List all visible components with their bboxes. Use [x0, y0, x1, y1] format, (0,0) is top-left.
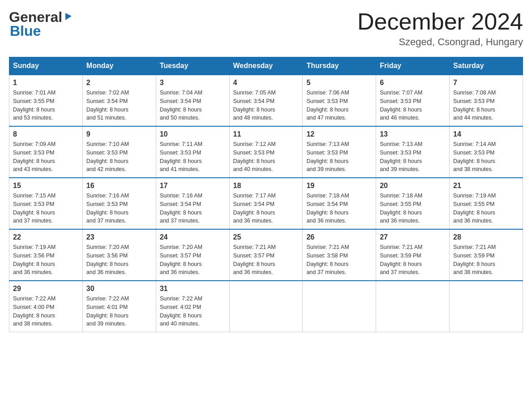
empty-cell-w4-d3 [229, 281, 303, 332]
day-info: Sunrise: 7:19 AMSunset: 3:55 PMDaylight:… [453, 193, 496, 224]
day-info: Sunrise: 7:06 AMSunset: 3:53 PMDaylight:… [306, 90, 349, 121]
logo-arrow-icon [64, 11, 73, 23]
day-cell-5: 5 Sunrise: 7:06 AMSunset: 3:53 PMDayligh… [303, 75, 376, 126]
day-cell-3: 3 Sunrise: 7:04 AMSunset: 3:54 PMDayligh… [156, 75, 229, 126]
empty-cell-w4-d6 [450, 281, 523, 332]
day-number: 16 [86, 182, 152, 190]
day-info: Sunrise: 7:08 AMSunset: 3:53 PMDaylight:… [453, 90, 496, 121]
location: Szeged, Csongrad, Hungary [357, 36, 523, 48]
day-cell-30: 30 Sunrise: 7:22 AMSunset: 4:01 PMDaylig… [82, 281, 156, 332]
day-cell-29: 29 Sunrise: 7:22 AMSunset: 4:00 PMDaylig… [9, 281, 83, 332]
day-cell-24: 24 Sunrise: 7:20 AMSunset: 3:57 PMDaylig… [156, 229, 229, 281]
day-number: 11 [233, 130, 299, 138]
day-info: Sunrise: 7:19 AMSunset: 3:56 PMDaylight:… [13, 244, 56, 275]
week-row-2: 8 Sunrise: 7:09 AMSunset: 3:53 PMDayligh… [9, 126, 523, 178]
header-sunday: Sunday [9, 57, 83, 75]
day-info: Sunrise: 7:15 AMSunset: 3:53 PMDaylight:… [13, 193, 56, 224]
header-monday: Monday [82, 57, 156, 75]
day-number: 5 [306, 79, 372, 87]
day-info: Sunrise: 7:13 AMSunset: 3:53 PMDaylight:… [306, 141, 349, 172]
empty-cell-w4-d5 [376, 281, 450, 332]
day-cell-6: 6 Sunrise: 7:07 AMSunset: 3:53 PMDayligh… [376, 75, 450, 126]
day-number: 19 [306, 182, 372, 190]
day-cell-10: 10 Sunrise: 7:11 AMSunset: 3:53 PMDaylig… [156, 126, 229, 178]
day-info: Sunrise: 7:04 AMSunset: 3:54 PMDaylight:… [160, 90, 202, 121]
day-number: 29 [13, 285, 79, 293]
day-number: 28 [453, 233, 519, 241]
week-row-4: 22 Sunrise: 7:19 AMSunset: 3:56 PMDaylig… [9, 229, 523, 281]
header-saturday: Saturday [450, 57, 523, 75]
day-number: 27 [380, 233, 446, 241]
empty-cell-w4-d4 [303, 281, 376, 332]
week-row-3: 15 Sunrise: 7:15 AMSunset: 3:53 PMDaylig… [9, 178, 523, 229]
day-cell-1: 1 Sunrise: 7:01 AMSunset: 3:55 PMDayligh… [9, 75, 83, 126]
day-cell-9: 9 Sunrise: 7:10 AMSunset: 3:53 PMDayligh… [82, 126, 156, 178]
calendar-table: Sunday Monday Tuesday Wednesday Thursday… [9, 57, 523, 332]
day-cell-12: 12 Sunrise: 7:13 AMSunset: 3:53 PMDaylig… [303, 126, 376, 178]
day-number: 12 [306, 130, 372, 138]
day-info: Sunrise: 7:16 AMSunset: 3:54 PMDaylight:… [160, 193, 202, 224]
day-number: 7 [453, 79, 519, 87]
month-title: December 2024 [357, 9, 523, 34]
day-cell-26: 26 Sunrise: 7:21 AMSunset: 3:58 PMDaylig… [303, 229, 376, 281]
day-cell-4: 4 Sunrise: 7:05 AMSunset: 3:54 PMDayligh… [229, 75, 303, 126]
day-info: Sunrise: 7:21 AMSunset: 3:59 PMDaylight:… [453, 244, 496, 275]
day-info: Sunrise: 7:18 AMSunset: 3:55 PMDaylight:… [380, 193, 422, 224]
day-number: 25 [233, 233, 299, 241]
day-info: Sunrise: 7:16 AMSunset: 3:53 PMDaylight:… [86, 193, 129, 224]
day-number: 24 [160, 233, 226, 241]
day-number: 23 [86, 233, 152, 241]
day-cell-7: 7 Sunrise: 7:08 AMSunset: 3:53 PMDayligh… [450, 75, 523, 126]
day-info: Sunrise: 7:02 AMSunset: 3:54 PMDaylight:… [86, 90, 129, 121]
day-info: Sunrise: 7:20 AMSunset: 3:56 PMDaylight:… [86, 244, 129, 275]
logo-blue-text: Blue [10, 23, 41, 39]
day-cell-15: 15 Sunrise: 7:15 AMSunset: 3:53 PMDaylig… [9, 178, 83, 229]
day-info: Sunrise: 7:20 AMSunset: 3:57 PMDaylight:… [160, 244, 202, 275]
day-info: Sunrise: 7:22 AMSunset: 4:00 PMDaylight:… [13, 295, 56, 327]
day-info: Sunrise: 7:11 AMSunset: 3:53 PMDaylight:… [160, 141, 202, 172]
day-number: 13 [380, 130, 446, 138]
day-number: 18 [233, 182, 299, 190]
day-info: Sunrise: 7:22 AMSunset: 4:02 PMDaylight:… [160, 295, 202, 327]
day-number: 22 [13, 233, 79, 241]
day-cell-22: 22 Sunrise: 7:19 AMSunset: 3:56 PMDaylig… [9, 229, 83, 281]
day-cell-21: 21 Sunrise: 7:19 AMSunset: 3:55 PMDaylig… [450, 178, 523, 229]
day-number: 26 [306, 233, 372, 241]
svg-marker-0 [65, 13, 72, 20]
day-number: 1 [13, 79, 79, 87]
day-cell-31: 31 Sunrise: 7:22 AMSunset: 4:02 PMDaylig… [156, 281, 229, 332]
day-cell-27: 27 Sunrise: 7:21 AMSunset: 3:59 PMDaylig… [376, 229, 450, 281]
day-number: 10 [160, 130, 226, 138]
calendar-header-row: Sunday Monday Tuesday Wednesday Thursday… [9, 57, 523, 75]
day-cell-16: 16 Sunrise: 7:16 AMSunset: 3:53 PMDaylig… [82, 178, 156, 229]
header-friday: Friday [376, 57, 450, 75]
day-number: 17 [160, 182, 226, 190]
day-number: 3 [160, 79, 226, 87]
day-cell-19: 19 Sunrise: 7:18 AMSunset: 3:54 PMDaylig… [303, 178, 376, 229]
day-number: 2 [86, 79, 152, 87]
header-tuesday: Tuesday [156, 57, 229, 75]
day-number: 14 [453, 130, 519, 138]
day-info: Sunrise: 7:22 AMSunset: 4:01 PMDaylight:… [86, 295, 129, 327]
day-cell-23: 23 Sunrise: 7:20 AMSunset: 3:56 PMDaylig… [82, 229, 156, 281]
header-thursday: Thursday [303, 57, 376, 75]
day-info: Sunrise: 7:05 AMSunset: 3:54 PMDaylight:… [233, 90, 276, 121]
day-number: 20 [380, 182, 446, 190]
day-number: 31 [160, 285, 226, 293]
day-cell-25: 25 Sunrise: 7:21 AMSunset: 3:57 PMDaylig… [229, 229, 303, 281]
day-info: Sunrise: 7:21 AMSunset: 3:59 PMDaylight:… [380, 244, 422, 275]
day-info: Sunrise: 7:18 AMSunset: 3:54 PMDaylight:… [306, 193, 349, 224]
day-info: Sunrise: 7:10 AMSunset: 3:53 PMDaylight:… [86, 141, 129, 172]
day-number: 6 [380, 79, 446, 87]
title-section: December 2024 Szeged, Csongrad, Hungary [357, 9, 523, 48]
day-number: 15 [13, 182, 79, 190]
header-wednesday: Wednesday [229, 57, 303, 75]
day-cell-14: 14 Sunrise: 7:14 AMSunset: 3:53 PMDaylig… [450, 126, 523, 178]
day-cell-11: 11 Sunrise: 7:12 AMSunset: 3:53 PMDaylig… [229, 126, 303, 178]
day-cell-8: 8 Sunrise: 7:09 AMSunset: 3:53 PMDayligh… [9, 126, 83, 178]
day-number: 8 [13, 130, 79, 138]
week-row-1: 1 Sunrise: 7:01 AMSunset: 3:55 PMDayligh… [9, 75, 523, 126]
day-info: Sunrise: 7:21 AMSunset: 3:58 PMDaylight:… [306, 244, 349, 275]
day-info: Sunrise: 7:01 AMSunset: 3:55 PMDaylight:… [13, 90, 56, 121]
day-cell-2: 2 Sunrise: 7:02 AMSunset: 3:54 PMDayligh… [82, 75, 156, 126]
